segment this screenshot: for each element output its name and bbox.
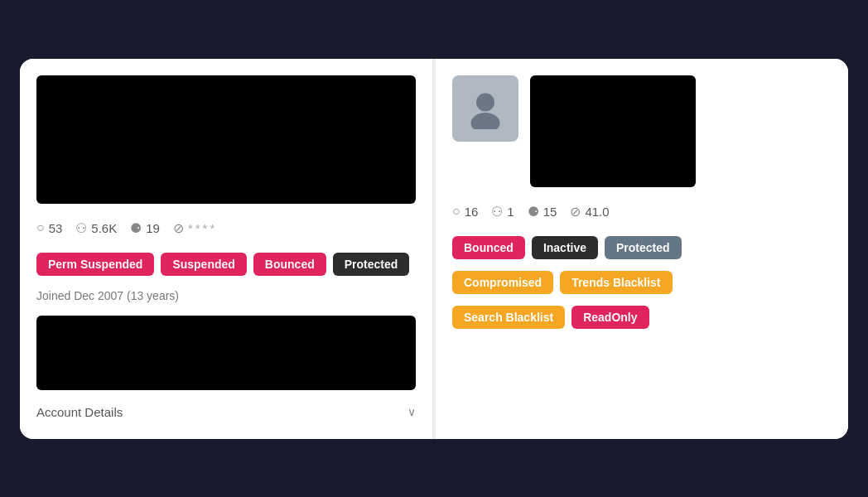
score-value: **** <box>188 221 217 235</box>
right-comment-count: 16 <box>465 205 479 219</box>
left-panel: ○ 53 ⚇ 5.6K ⚈ 19 ⊘ **** Perm Suspended S… <box>20 59 434 439</box>
left-tags-row: Perm Suspended Suspended Bounced Protect… <box>36 253 416 276</box>
tag-perm-suspended[interactable]: Perm Suspended <box>36 253 154 276</box>
avatar <box>452 75 518 142</box>
tag-suspended[interactable]: Suspended <box>161 253 246 276</box>
score-stat: ⊘ **** <box>173 220 217 236</box>
right-score-stat: ⊘ 41.0 <box>570 204 609 220</box>
right-following-stat: ⚈ 15 <box>528 204 557 220</box>
left-info-box <box>36 316 416 390</box>
comment-count: 53 <box>49 221 63 235</box>
followers-stat: ⚇ 5.6K <box>75 220 117 236</box>
comment-stat: ○ 53 <box>36 220 62 235</box>
comment-icon: ○ <box>36 220 45 235</box>
account-details-label: Account Details <box>36 405 123 419</box>
block-icon: ⊘ <box>173 220 184 236</box>
right-comment-stat: ○ 16 <box>452 204 478 219</box>
main-container: ○ 53 ⚇ 5.6K ⚈ 19 ⊘ **** Perm Suspended S… <box>20 59 848 439</box>
tag-protected[interactable]: Protected <box>333 253 410 276</box>
avatar-icon <box>465 88 506 129</box>
right-followers-stat: ⚇ 1 <box>491 204 514 220</box>
chevron-icon: ∨ <box>407 405 416 418</box>
svg-point-1 <box>471 113 500 129</box>
followers-icon: ⚇ <box>75 220 87 236</box>
left-media-box <box>36 75 416 204</box>
tag-bounced-right[interactable]: Bounced <box>452 236 525 259</box>
tag-search-blacklist[interactable]: Search Blacklist <box>452 306 565 329</box>
right-following-icon: ⚈ <box>528 204 539 220</box>
joined-text: Joined Dec 2007 (13 years) <box>36 287 416 304</box>
tag-bounced[interactable]: Bounced <box>253 253 326 276</box>
right-block-icon: ⊘ <box>570 204 581 220</box>
right-following-count: 15 <box>543 205 557 219</box>
tag-readonly[interactable]: ReadOnly <box>571 306 649 329</box>
following-stat: ⚈ 19 <box>130 220 160 236</box>
tag-inactive[interactable]: Inactive <box>532 236 598 259</box>
following-icon: ⚈ <box>130 220 142 236</box>
right-comment-icon: ○ <box>452 204 461 219</box>
account-details-row[interactable]: Account Details ∨ <box>36 402 416 422</box>
tag-compromised[interactable]: Compromised <box>452 271 553 294</box>
tag-trends-blacklist[interactable]: Trends Blacklist <box>560 271 672 294</box>
right-followers-icon: ⚇ <box>491 204 503 220</box>
left-stats-row: ○ 53 ⚇ 5.6K ⚈ 19 ⊘ **** <box>36 215 416 241</box>
svg-point-0 <box>476 93 494 111</box>
tag-protected-right[interactable]: Protected <box>605 236 682 259</box>
right-panel: ○ 16 ⚇ 1 ⚈ 15 ⊘ 41.0 Bounced Inactive Pr… <box>436 59 848 439</box>
right-followers-count: 1 <box>507 205 514 219</box>
right-stats-row: ○ 16 ⚇ 1 ⚈ 15 ⊘ 41.0 <box>452 199 832 224</box>
right-tags-row1: Bounced Inactive Protected <box>452 236 832 259</box>
right-score-value: 41.0 <box>585 205 609 219</box>
right-media-box <box>530 75 696 187</box>
right-tags-row3: Search Blacklist ReadOnly <box>452 306 832 329</box>
profile-header <box>452 75 832 187</box>
right-tags-row2: Compromised Trends Blacklist <box>452 271 832 294</box>
following-count: 19 <box>146 221 160 235</box>
followers-count: 5.6K <box>91 221 117 235</box>
